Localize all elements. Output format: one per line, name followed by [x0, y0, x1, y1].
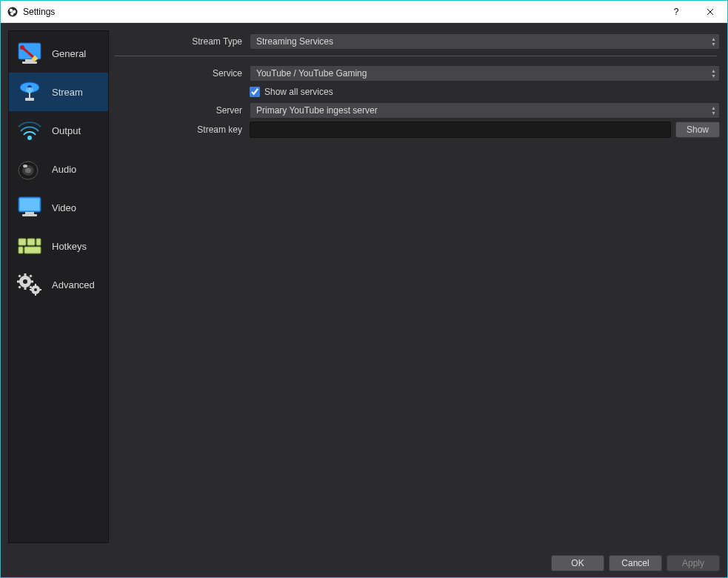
server-combo[interactable]: Primary YouTube ingest server ▲▼ — [250, 102, 720, 119]
sidebar-item-video[interactable]: Video — [9, 188, 108, 227]
titlebar: Settings ? — [1, 1, 727, 23]
svg-rect-24 — [36, 239, 41, 245]
spinner-icon: ▲▼ — [711, 68, 716, 79]
app-icon — [7, 6, 19, 18]
stream-type-label: Stream Type — [112, 36, 250, 47]
show-all-services-checkbox[interactable] — [250, 87, 260, 97]
svg-rect-40 — [35, 293, 36, 296]
output-icon — [13, 116, 46, 145]
spinner-icon: ▲▼ — [711, 36, 716, 47]
sidebar-item-label: Stream — [52, 87, 83, 98]
sidebar-item-label: Advanced — [52, 279, 95, 290]
ok-button[interactable]: OK — [551, 555, 604, 571]
apply-button: Apply — [667, 555, 720, 571]
svg-rect-31 — [17, 281, 20, 283]
show-all-services-label[interactable]: Show all services — [264, 87, 333, 97]
svg-point-17 — [23, 165, 27, 167]
help-button[interactable]: ? — [659, 1, 693, 23]
general-icon — [13, 39, 46, 68]
svg-rect-33 — [18, 274, 21, 277]
svg-rect-23 — [27, 239, 35, 245]
svg-rect-20 — [25, 212, 34, 214]
svg-rect-5 — [25, 59, 34, 62]
video-icon — [13, 193, 46, 222]
settings-sidebar: General Stream — [8, 30, 109, 543]
stream-icon — [13, 77, 46, 107]
audio-icon — [13, 154, 46, 184]
svg-rect-26 — [24, 247, 41, 253]
svg-rect-39 — [35, 284, 36, 286]
sidebar-item-stream[interactable]: Stream — [9, 73, 108, 111]
stream-key-input[interactable] — [250, 122, 671, 138]
svg-rect-11 — [29, 93, 30, 98]
svg-rect-32 — [30, 281, 33, 283]
sidebar-item-audio[interactable]: Audio — [9, 150, 108, 188]
service-combo[interactable]: YouTube / YouTube Gaming ▲▼ — [250, 65, 720, 82]
sidebar-item-label: Audio — [52, 164, 76, 175]
advanced-icon — [13, 270, 46, 299]
sidebar-item-general[interactable]: General — [9, 34, 108, 73]
sidebar-item-hotkeys[interactable]: Hotkeys — [9, 227, 108, 265]
sidebar-item-label: General — [52, 48, 86, 59]
svg-point-3 — [10, 12, 13, 15]
sidebar-item-label: Video — [52, 202, 76, 213]
svg-rect-35 — [29, 274, 32, 277]
sidebar-item-output[interactable]: Output — [9, 111, 108, 150]
svg-rect-42 — [39, 289, 41, 290]
svg-point-7 — [20, 45, 24, 50]
cancel-button[interactable]: Cancel — [609, 555, 662, 571]
show-stream-key-button[interactable]: Show — [675, 122, 720, 138]
sidebar-item-label: Output — [52, 125, 81, 136]
svg-rect-25 — [19, 247, 23, 253]
separator — [115, 56, 717, 56]
server-label: Server — [112, 105, 250, 116]
settings-content: Stream Type Streaming Services ▲▼ Servic… — [112, 30, 720, 543]
svg-point-13 — [27, 136, 32, 140]
svg-rect-29 — [24, 273, 27, 276]
svg-point-1 — [10, 8, 13, 11]
sidebar-item-advanced[interactable]: Advanced — [9, 265, 108, 304]
service-label: Service — [112, 68, 250, 79]
svg-rect-22 — [19, 239, 26, 245]
stream-key-label: Stream key — [112, 124, 250, 135]
svg-rect-12 — [25, 98, 34, 101]
svg-point-38 — [34, 288, 37, 291]
svg-rect-21 — [22, 214, 37, 216]
svg-point-16 — [25, 168, 31, 173]
svg-rect-19 — [20, 199, 39, 210]
stream-type-combo[interactable]: Streaming Services ▲▼ — [250, 33, 720, 50]
spinner-icon: ▲▼ — [711, 105, 716, 116]
hotkeys-icon — [13, 231, 46, 261]
dialog-button-bar: OK Cancel Apply — [1, 551, 727, 577]
svg-rect-30 — [24, 287, 27, 290]
close-button[interactable] — [693, 1, 727, 23]
sidebar-item-label: Hotkeys — [52, 241, 87, 252]
svg-rect-6 — [22, 62, 37, 64]
svg-point-28 — [23, 279, 27, 284]
svg-rect-41 — [30, 289, 32, 290]
window-title: Settings — [23, 7, 55, 17]
svg-rect-36 — [18, 285, 21, 288]
